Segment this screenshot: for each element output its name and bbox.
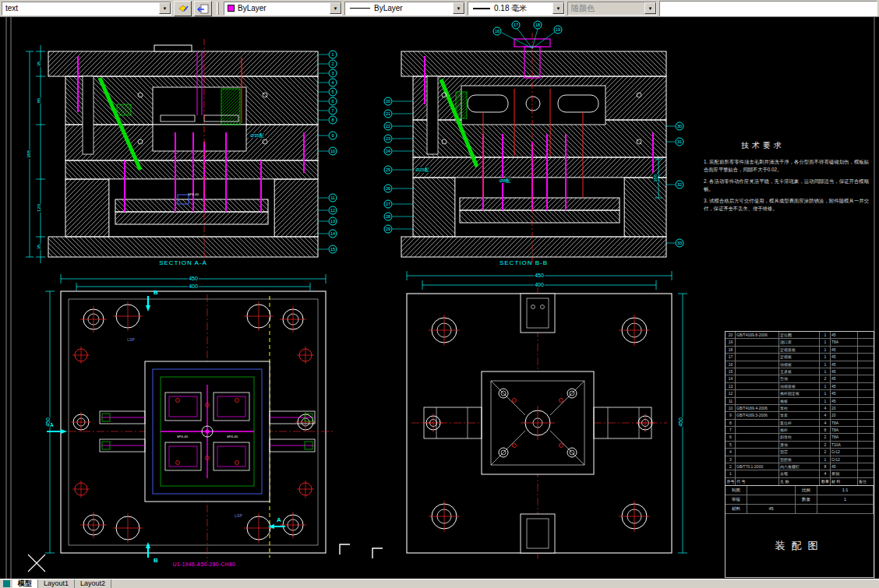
bom-row: 14 垫块 2 45 bbox=[725, 375, 874, 382]
layer-previous-icon bbox=[197, 3, 210, 14]
svg-text:85: 85 bbox=[37, 97, 41, 103]
section-a-dimensions: 35 85 120 35 388 bbox=[26, 45, 45, 263]
chevron-down-icon[interactable]: ▼ bbox=[552, 2, 564, 14]
svg-text:7: 7 bbox=[331, 108, 334, 113]
svg-text:24: 24 bbox=[386, 149, 390, 153]
section-a-label: SECTION A-A bbox=[159, 259, 207, 266]
svg-text:31: 31 bbox=[677, 139, 682, 144]
note-d8: Ø8配 bbox=[500, 178, 510, 184]
svg-text:SP4-40: SP4-40 bbox=[227, 435, 238, 438]
layout-tab-bar: 模型 Layout1 Layout2 bbox=[0, 579, 879, 588]
color-combo-value: ByLayer bbox=[238, 4, 267, 12]
bom-row: 15 支承板 1 45 bbox=[725, 368, 874, 375]
svg-text:388: 388 bbox=[653, 174, 658, 182]
bom-row: 7 推杆 8 T8A bbox=[725, 427, 874, 434]
drawing-canvas[interactable]: 35 85 120 35 388 Ø35配 SP4-40 1 2 3 4 5 6… bbox=[0, 17, 879, 579]
tab-bar-empty bbox=[111, 579, 879, 588]
tab-layout2[interactable]: Layout2 bbox=[75, 579, 111, 588]
chevron-down-icon[interactable]: ▼ bbox=[159, 2, 171, 14]
note-sp: SP4-40 bbox=[188, 192, 199, 196]
svg-text:B: B bbox=[154, 289, 158, 296]
layer-combo-value: text bbox=[5, 4, 18, 12]
make-object-layer-current-button[interactable] bbox=[174, 1, 192, 16]
color-swatch bbox=[228, 5, 235, 12]
svg-text:400: 400 bbox=[189, 283, 198, 289]
bom-row: 5 滑块 2 T10A bbox=[725, 442, 874, 449]
bom-row: 3 型腔板 1 Cr12 bbox=[725, 456, 874, 463]
chevron-down-icon: ▼ bbox=[644, 2, 656, 14]
balloon-callouts-a: 1 2 3 4 5 6 7 8 9 10 11 12 13 14 15 bbox=[318, 51, 337, 253]
svg-text:20: 20 bbox=[386, 99, 390, 104]
layer-combo[interactable]: text ▼ bbox=[2, 2, 171, 16]
svg-text:29: 29 bbox=[386, 227, 390, 231]
svg-text:5: 5 bbox=[331, 90, 334, 94]
bom-row: 19 浇口套 1 T8A bbox=[725, 339, 874, 346]
layer-previous-button[interactable] bbox=[194, 1, 212, 16]
bom-row: 12 推杆固定板 1 45 bbox=[725, 390, 874, 397]
svg-text:25: 25 bbox=[386, 167, 390, 172]
bom-row: 20 GB/T4169.8-2006 定位圈 1 45 bbox=[725, 332, 874, 339]
section-b-label: SECTION B-B bbox=[500, 259, 548, 266]
section-a-view: 35 85 120 35 388 Ø35配 SP4-40 1 2 3 4 5 6… bbox=[26, 39, 337, 266]
tech-req-title: 技术要求 bbox=[704, 140, 869, 151]
svg-text:LSP: LSP bbox=[127, 337, 135, 342]
color-combo[interactable]: ByLayer ▼ bbox=[224, 2, 342, 16]
svg-text:450: 450 bbox=[45, 417, 51, 427]
plan-view-right: 450 400 450 bbox=[407, 271, 687, 559]
svg-text:400: 400 bbox=[535, 282, 544, 287]
svg-text:SP4-40: SP4-40 bbox=[177, 435, 189, 438]
chevron-down-icon[interactable]: ▼ bbox=[330, 2, 341, 14]
layout-tabs-icon[interactable] bbox=[0, 579, 12, 588]
linetype-sample bbox=[350, 8, 370, 9]
object-properties-toolbar: text ▼ ByLayer ▼ ByLayer ▼ 0.18 毫米 ▼ 随颜色… bbox=[0, 0, 879, 17]
svg-text:A: A bbox=[277, 516, 281, 523]
svg-text:4: 4 bbox=[331, 80, 334, 85]
bom-table: 20 GB/T4169.8-2006 定位圈 1 45 19 浇口套 1 T8A bbox=[725, 331, 874, 578]
svg-text:22: 22 bbox=[386, 124, 390, 129]
bom-header-row: 序号 代 号 名 称 数量 材 料 备注 bbox=[725, 478, 874, 486]
note-d25: Ø25配 bbox=[415, 167, 429, 173]
svg-text:450: 450 bbox=[189, 276, 198, 281]
tab-layout1[interactable]: Layout1 bbox=[38, 579, 75, 588]
svg-text:35: 35 bbox=[37, 61, 41, 66]
svg-text:450: 450 bbox=[678, 417, 683, 427]
svg-text:10: 10 bbox=[330, 149, 335, 153]
tech-req-item: 3. 试模合格后方可交付使用，模具成型表面应涂防锈油，附件随模具一并交付，保证齐… bbox=[704, 197, 869, 213]
svg-text:9: 9 bbox=[331, 133, 334, 138]
tech-req-item: 1. 装配前所有零件须去毛刺并清洗干净，各分型面不得有磕碰划伤，模板贴合面应平整… bbox=[704, 158, 869, 174]
svg-text:11: 11 bbox=[330, 195, 335, 200]
technical-requirements: 技术要求 1. 装配前所有零件须去毛刺并清洗干净，各分型面不得有磕碰划伤，模板贴… bbox=[704, 140, 869, 216]
bom-row: 6 斜导柱 2 T8A bbox=[725, 434, 874, 441]
svg-text:2: 2 bbox=[331, 62, 334, 66]
viewport-marks bbox=[340, 544, 383, 558]
bom-row: 16 动模板 1 45 bbox=[725, 361, 874, 368]
svg-text:450: 450 bbox=[535, 273, 544, 278]
bom-row: 2 GB/T70.1-2000 内六角螺钉 8 45 bbox=[725, 463, 874, 470]
svg-text:15: 15 bbox=[330, 247, 335, 252]
svg-text:6: 6 bbox=[331, 99, 334, 104]
svg-text:21: 21 bbox=[386, 111, 390, 116]
svg-text:18: 18 bbox=[535, 23, 540, 27]
title-block-grid: 制图 比例1:1 审核 数量1 材料45 bbox=[725, 486, 874, 514]
autocad-window: text ▼ ByLayer ▼ ByLayer ▼ 0.18 毫米 ▼ 随颜色… bbox=[0, 0, 879, 588]
svg-text:14: 14 bbox=[330, 231, 335, 236]
svg-text:8: 8 bbox=[331, 118, 334, 122]
chevron-down-icon[interactable]: ▼ bbox=[453, 2, 464, 14]
svg-text:LSP: LSP bbox=[235, 513, 242, 518]
lineweight-sample bbox=[473, 8, 490, 9]
svg-text:35: 35 bbox=[37, 244, 41, 249]
svg-text:388: 388 bbox=[26, 150, 31, 158]
svg-text:3: 3 bbox=[331, 71, 334, 76]
tab-model[interactable]: 模型 bbox=[12, 579, 38, 588]
svg-text:30: 30 bbox=[677, 124, 682, 129]
toolbar-separator bbox=[217, 2, 219, 15]
linetype-combo[interactable]: ByLayer ▼ bbox=[344, 2, 465, 16]
bom-row: 1 水嘴 4 黄铜 bbox=[725, 470, 874, 477]
lineweight-combo-value: 0.18 毫米 bbox=[494, 3, 527, 14]
bom-row: 8 复位杆 4 T8A bbox=[725, 420, 874, 427]
plotstyle-combo-value: 随颜色 bbox=[571, 3, 595, 14]
lineweight-combo[interactable]: 0.18 毫米 ▼ bbox=[468, 2, 565, 16]
linetype-combo-value: ByLayer bbox=[374, 4, 403, 12]
bom-row: 4 型芯 2 Cr12 bbox=[725, 449, 874, 456]
svg-text:33: 33 bbox=[677, 241, 682, 245]
